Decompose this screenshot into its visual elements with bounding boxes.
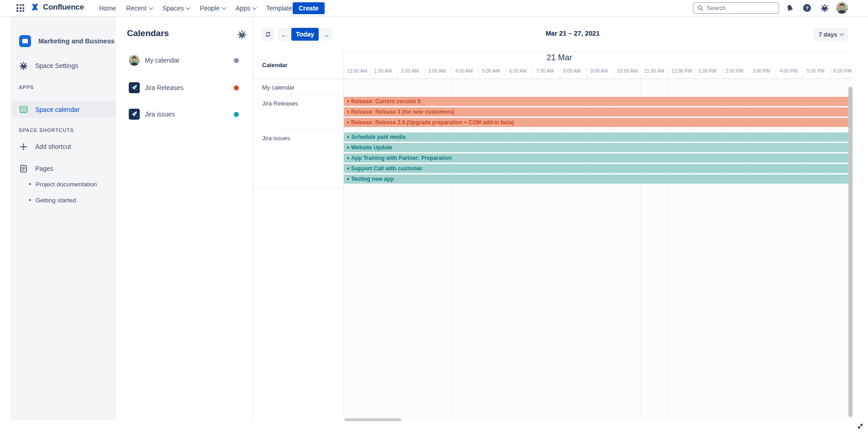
space-settings-item[interactable]: Space Settings xyxy=(19,60,78,71)
grid-line xyxy=(560,79,560,418)
event-title: Testing new app xyxy=(351,176,394,182)
confluence-logo-icon xyxy=(30,2,40,12)
nav-link-apps[interactable]: Apps xyxy=(236,5,256,12)
time-axis-label: 5:00 PM xyxy=(806,68,824,74)
grid-line xyxy=(560,68,560,79)
help-icon[interactable]: ? xyxy=(803,4,811,12)
calendar-color-dot[interactable] xyxy=(234,85,239,90)
row-border xyxy=(253,188,343,188)
add-shortcut-item[interactable]: Add shortcut xyxy=(19,141,71,152)
space-logo-icon xyxy=(19,35,31,47)
chevron-down-icon xyxy=(222,5,226,10)
grid-line xyxy=(803,68,803,79)
event-bar[interactable]: Release: Release 2.9 (Upgrade preparatio… xyxy=(344,118,848,127)
nav-link-label: Recent xyxy=(126,5,146,12)
grid-line xyxy=(803,79,803,418)
search-box[interactable] xyxy=(693,2,779,14)
view-selector-label: 7 days xyxy=(819,31,837,38)
header-top-border xyxy=(343,52,853,52)
rocket-icon xyxy=(129,82,140,93)
date-range-title: Mar 21 – 27, 2021 xyxy=(509,30,637,37)
event-bar[interactable]: Testing new app xyxy=(344,174,848,184)
event-bar[interactable]: Website Update xyxy=(344,143,848,152)
continues-left-icon xyxy=(347,136,349,138)
time-axis-label: 6:00 PM xyxy=(834,68,852,74)
grid-line xyxy=(452,68,452,79)
calendar-color-dot[interactable] xyxy=(234,58,239,63)
nav-link-label: Spaces xyxy=(163,5,184,12)
grid-line xyxy=(370,68,371,79)
resource-row-label: My calendar xyxy=(262,84,295,91)
grid-line xyxy=(532,79,533,418)
search-input[interactable] xyxy=(706,4,779,12)
row-border xyxy=(253,129,343,130)
event-bar[interactable]: App Training with Partner: Preparation xyxy=(344,153,848,163)
next-week-button[interactable]: → xyxy=(320,28,332,41)
calendar-main-area: ← Today → Mar 21 – 27, 2021 7 days 21 Ma… xyxy=(253,16,868,420)
today-button[interactable]: Today xyxy=(291,28,319,41)
horizontal-scrollbar[interactable] xyxy=(344,418,401,421)
grid-line xyxy=(425,79,425,418)
day-header: 21 Mar xyxy=(343,53,775,63)
timeline-grid[interactable] xyxy=(343,79,853,418)
top-navigation: Confluence HomeRecentSpacesPeopleAppsTem… xyxy=(0,0,868,16)
nav-link-templates[interactable]: Templates xyxy=(266,5,295,12)
calendars-settings-gear-icon[interactable] xyxy=(237,30,247,39)
create-button[interactable]: Create xyxy=(293,2,325,14)
chevron-down-icon xyxy=(252,5,257,10)
user-avatar[interactable] xyxy=(836,2,848,14)
pages-item[interactable]: Pages xyxy=(19,163,53,174)
space-header[interactable]: Marketing and Business xyxy=(19,35,115,47)
nav-link-recent[interactable]: Recent xyxy=(126,5,152,12)
grid-line xyxy=(614,68,614,79)
time-axis-label: 10:00 AM xyxy=(617,68,637,74)
plus-icon xyxy=(19,143,28,151)
calendar-list-item[interactable]: My calendar xyxy=(129,54,243,67)
calendars-title: Calendars xyxy=(127,28,169,38)
calendar-list-item[interactable]: Jira Releases xyxy=(129,81,243,94)
add-shortcut-label: Add shortcut xyxy=(35,143,71,150)
view-selector-button[interactable]: 7 days xyxy=(814,28,848,41)
grid-line xyxy=(532,68,533,79)
confluence-logo[interactable]: Confluence xyxy=(30,2,84,12)
previous-week-button[interactable]: ← xyxy=(278,28,290,41)
grid-line xyxy=(722,68,722,79)
settings-gear-icon xyxy=(19,62,28,70)
event-title: Website Update xyxy=(351,144,392,151)
time-axis-label: 12:00 PM xyxy=(671,68,692,74)
chevron-down-icon xyxy=(840,32,844,36)
nav-links: HomeRecentSpacesPeopleAppsTemplates xyxy=(99,0,295,16)
app-switcher-icon[interactable] xyxy=(16,4,25,12)
notifications-bell-icon[interactable] xyxy=(785,4,794,12)
sidebar-page-link[interactable]: Getting started xyxy=(29,195,76,206)
nav-link-label: Home xyxy=(99,5,116,12)
settings-gear-icon[interactable] xyxy=(820,4,829,12)
grid-line xyxy=(695,68,695,79)
grid-line xyxy=(587,68,587,79)
time-axis-label: 3:00 AM xyxy=(428,68,446,74)
grid-line xyxy=(452,79,452,418)
sidebar-item-space-calendar[interactable]: Space calendar xyxy=(12,101,116,118)
grid-line xyxy=(668,79,668,418)
nav-link-label: People xyxy=(200,5,220,12)
nav-link-people[interactable]: People xyxy=(200,5,226,12)
event-bar[interactable]: Release: Release 3 (for new customers) xyxy=(344,107,848,116)
calendar-color-dot[interactable] xyxy=(234,112,239,117)
resize-cursor-icon xyxy=(857,422,864,430)
refresh-button[interactable] xyxy=(261,28,274,41)
nav-link-spaces[interactable]: Spaces xyxy=(163,5,190,12)
calendars-panel: Calendars My calendar Jira Releases Jira… xyxy=(116,16,253,420)
time-axis-label: 5:00 AM xyxy=(482,68,500,74)
nav-link-home[interactable]: Home xyxy=(99,5,116,12)
event-bar[interactable]: Release: Current version 5 xyxy=(344,97,848,106)
event-bar[interactable]: Support Call with customer xyxy=(344,164,848,173)
page-link-label: Getting started xyxy=(36,197,76,204)
event-bar[interactable]: Schedule paid media xyxy=(344,132,848,142)
time-axis-label: 7:00 AM xyxy=(536,68,554,74)
vertical-scrollbar[interactable] xyxy=(848,87,852,417)
row-border xyxy=(253,95,343,95)
event-title: Release: Current version 5 xyxy=(351,98,421,105)
calendar-list-item[interactable]: Jira issues xyxy=(129,108,243,121)
sidebar-page-link[interactable]: Project documentation xyxy=(29,179,97,190)
space-calendar-label: Space calendar xyxy=(35,106,79,113)
